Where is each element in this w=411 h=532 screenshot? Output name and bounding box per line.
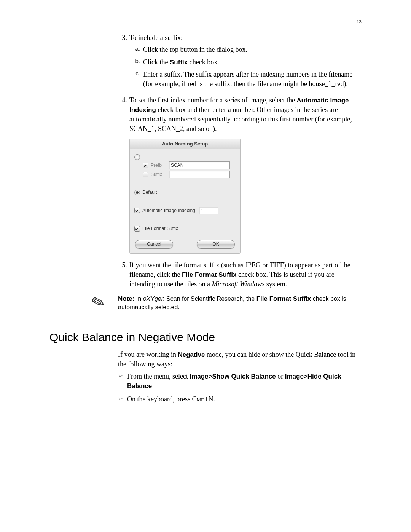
cancel-button[interactable]: Cancel [135, 240, 173, 249]
arrow-icon: ➢ [118, 372, 127, 391]
step-3c-text: Enter a suffix. The suffix appears after… [143, 70, 362, 89]
section-heading: Quick Balance in Negative Mode [49, 331, 362, 344]
list-marker: 3. [118, 33, 129, 92]
dialog-figure: Auto Naming Setup Prefix SCAN Suffix [129, 139, 362, 254]
body-column: 3. To include a suffix: a. Click the top… [118, 33, 362, 312]
body-column-2: If you are working in Negative mode, you… [118, 350, 362, 404]
step-3b-text: Click the Suffix check box. [143, 58, 362, 67]
prefix-label: Prefix [151, 162, 166, 169]
prefix-field[interactable]: SCAN [169, 161, 230, 169]
step-3: 3. To include a suffix: a. Click the top… [118, 33, 362, 92]
dialog-index-section: Automatic Image Indexing 1 [130, 201, 240, 220]
step-3-intro: To include a suffix: [129, 34, 183, 42]
file-format-suffix-checkbox[interactable] [134, 226, 140, 232]
header-rule [49, 16, 362, 16]
dialog-top-section: Prefix SCAN Suffix [130, 149, 240, 184]
default-radio[interactable] [134, 190, 140, 195]
list-marker: c. [129, 70, 143, 89]
sub-list: a. Click the top button in the dialog bo… [129, 45, 362, 89]
dialog-default-section: Default [130, 184, 240, 201]
step-3b: b. Click the Suffix check box. [129, 58, 362, 67]
list-marker: b. [129, 58, 143, 67]
numbered-list-cont: 5. If you want the file format suffix (s… [118, 260, 362, 289]
qb-intro: If you are working in Negative mode, you… [118, 350, 362, 369]
arrow-icon: ➢ [118, 395, 127, 404]
list-marker: 4. [118, 96, 129, 133]
step-3a-text: Click the top button in the dialog box. [143, 45, 362, 54]
arrow-list: ➢ From the menu, select Image>Show Quick… [118, 372, 362, 404]
suffix-field[interactable] [169, 171, 230, 178]
pushpin-icon: ✎ [86, 291, 111, 313]
dialog-title: Auto Naming Setup [130, 139, 240, 149]
step-5-text: If you want the file format suffix (such… [129, 260, 362, 289]
dialog-button-row: Cancel OK [130, 237, 240, 253]
file-format-suffix-label: File Format Suffix [142, 225, 178, 232]
suffix-checkbox[interactable] [143, 172, 148, 177]
note-block: ✎ Note: In oXYgen Scan for Scientific Re… [88, 294, 362, 312]
numbered-list: 3. To include a suffix: a. Click the top… [118, 33, 362, 133]
list-marker: 5. [118, 260, 129, 289]
custom-radio[interactable] [134, 154, 140, 160]
note-text: Note: In oXYgen Scan for Scientific Rese… [109, 294, 362, 312]
step-5: 5. If you want the file format suffix (s… [118, 260, 362, 289]
list-marker: a. [129, 45, 143, 54]
arrow-item-2: ➢ On the keyboard, press Cmd+N. [118, 395, 362, 404]
step-4-text: To set the first index number for a seri… [129, 96, 362, 133]
step-3c: c. Enter a suffix. The suffix appears af… [129, 70, 362, 89]
step-3a: a. Click the top button in the dialog bo… [129, 45, 362, 54]
default-label: Default [142, 189, 157, 196]
page-number: 13 [49, 19, 362, 25]
prefix-checkbox[interactable] [143, 163, 148, 168]
dialog-format-section: File Format Suffix [130, 220, 240, 237]
auto-index-label: Automatic Image Indexing [142, 208, 195, 214]
suffix-label: Suffix [151, 171, 166, 178]
ok-button[interactable]: OK [197, 240, 235, 249]
document-page: 13 3. To include a suffix: a. Click the … [0, 0, 411, 532]
auto-index-checkbox[interactable] [134, 208, 140, 213]
auto-index-field[interactable]: 1 [199, 207, 218, 214]
step-4: 4. To set the first index number for a s… [118, 96, 362, 133]
auto-naming-dialog: Auto Naming Setup Prefix SCAN Suffix [129, 139, 241, 254]
arrow-item-1: ➢ From the menu, select Image>Show Quick… [118, 372, 362, 391]
